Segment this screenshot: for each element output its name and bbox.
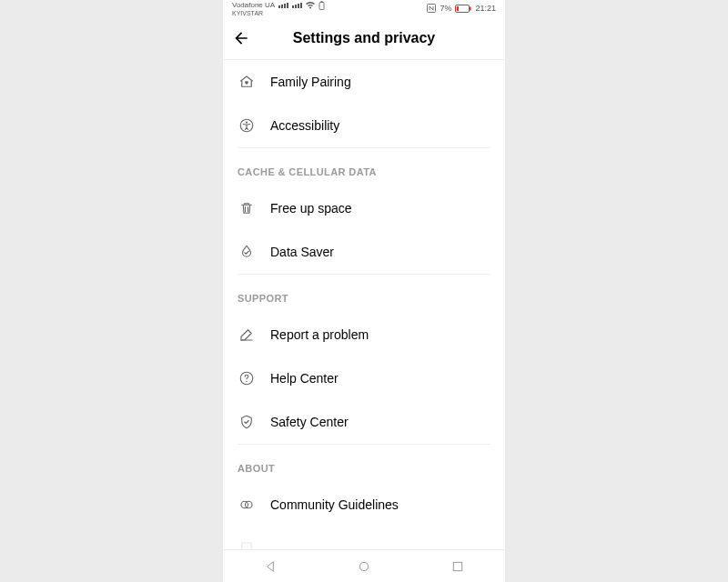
- accessibility-icon: [238, 116, 256, 135]
- nav-recents[interactable]: [447, 556, 469, 577]
- section-header-support: SUPPORT: [223, 275, 505, 313]
- home-heart-icon: [238, 73, 256, 91]
- row-accessibility[interactable]: Accessibility: [223, 104, 505, 147]
- system-nav-bar: [223, 549, 505, 582]
- row-safety-center[interactable]: Safety Center: [223, 400, 505, 444]
- svg-rect-4: [470, 6, 471, 10]
- help-icon: [238, 369, 256, 387]
- row-label: Community Guidelines: [270, 497, 399, 512]
- row-label: Family Pairing: [270, 75, 351, 89]
- svg-point-7: [246, 122, 248, 124]
- row-label: Help Center: [270, 371, 339, 386]
- battery-percent: 7%: [440, 4, 451, 13]
- row-label: Accessibility: [270, 118, 339, 133]
- trash-icon: [238, 199, 256, 217]
- row-free-up-space[interactable]: Free up space: [223, 186, 505, 230]
- page-header: Settings and privacy: [223, 16, 505, 60]
- battery-icon: [455, 5, 471, 13]
- page-title: Settings and privacy: [223, 30, 505, 46]
- status-left: Vodafone UA KYIVSTAR: [232, 1, 325, 16]
- pencil-icon: [238, 326, 256, 344]
- section-header-about: ABOUT: [223, 445, 505, 483]
- row-label: Safety Center: [270, 415, 349, 429]
- svg-point-9: [246, 381, 247, 382]
- shield-icon: [238, 413, 256, 431]
- nav-home[interactable]: [353, 556, 375, 577]
- battery-small-icon: [318, 1, 325, 10]
- nav-back-triangle-icon: [263, 559, 278, 574]
- back-arrow-icon: [232, 29, 250, 47]
- settings-list[interactable]: Family Pairing Accessibility CACHE & CEL…: [223, 60, 505, 549]
- svg-rect-5: [457, 6, 459, 11]
- nav-recents-square-icon: [450, 559, 465, 574]
- section-header-cache: CACHE & CELLULAR DATA: [223, 148, 505, 186]
- wifi-icon: [306, 2, 315, 9]
- overlap-circles-icon: [238, 496, 256, 514]
- row-family-pairing[interactable]: Family Pairing: [223, 60, 505, 104]
- row-community-guidelines[interactable]: Community Guidelines: [223, 483, 505, 527]
- nav-back[interactable]: [259, 556, 281, 577]
- row-label: Free up space: [270, 201, 352, 216]
- row-help-center[interactable]: Help Center: [223, 356, 505, 400]
- carrier-label-2: KYIVSTAR: [232, 10, 325, 16]
- drop-icon: [238, 243, 256, 261]
- status-bar: Vodafone UA KYIVSTAR 7% 21:21: [223, 0, 505, 16]
- document-icon: [238, 539, 256, 549]
- clock: 21:21: [475, 4, 496, 13]
- back-button[interactable]: [223, 29, 259, 47]
- svg-point-13: [359, 562, 368, 570]
- signal-icon-1: [278, 3, 288, 8]
- row-data-saver[interactable]: Data Saver: [223, 230, 505, 274]
- row-report-problem[interactable]: Report a problem: [223, 313, 505, 356]
- row-cut-off[interactable]: [223, 527, 505, 549]
- svg-rect-12: [242, 543, 252, 549]
- row-label: Data Saver: [270, 245, 334, 259]
- svg-rect-1: [321, 1, 323, 2]
- nfc-icon: [427, 4, 436, 13]
- nav-home-circle-icon: [357, 559, 371, 574]
- svg-rect-14: [454, 562, 462, 570]
- status-right: 7% 21:21: [427, 4, 496, 13]
- carrier-label-1: Vodafone UA: [232, 2, 275, 9]
- svg-rect-0: [319, 2, 324, 9]
- signal-icon-2: [292, 3, 302, 8]
- phone-frame: Vodafone UA KYIVSTAR 7% 21:21: [223, 0, 505, 582]
- svg-point-11: [246, 501, 253, 508]
- row-label: Report a problem: [270, 327, 369, 342]
